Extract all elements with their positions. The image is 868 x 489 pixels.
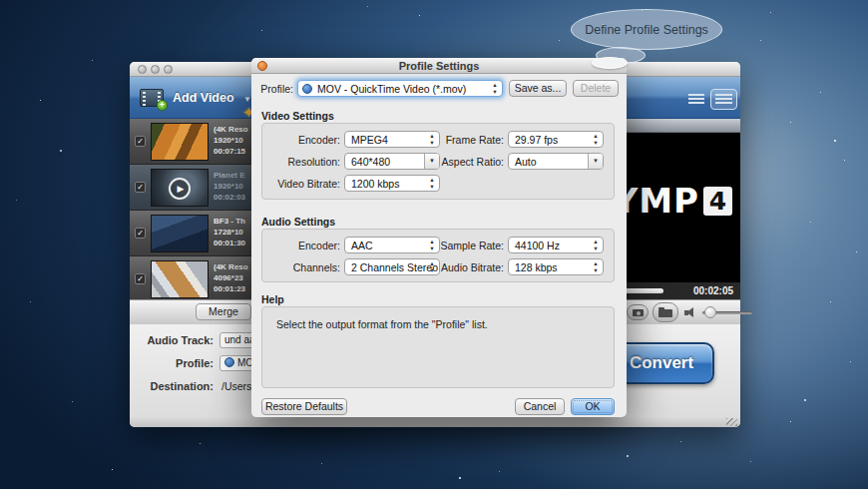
audio-bitrate-label: Audio Bitrate:	[412, 261, 504, 273]
frame-rate-label: Frame Rate:	[412, 134, 504, 146]
stepper-arrows-icon: ▲▼	[427, 177, 437, 191]
video-thumbnail	[151, 260, 209, 298]
stepper-arrows-icon: ▲▼	[490, 82, 500, 96]
list-view-icon[interactable]	[688, 94, 704, 105]
audio-settings-title: Audio Settings	[261, 216, 335, 228]
item-title: (4K Reso	[214, 125, 253, 134]
profile-label: Profile:	[130, 357, 214, 369]
add-video-button[interactable]: + Add Video ▼	[140, 87, 254, 111]
help-text: Select the output format from the "Profi…	[276, 318, 606, 330]
help-title: Help	[261, 293, 284, 305]
encoder-label: Encoder:	[262, 134, 340, 146]
open-folder-button[interactable]	[652, 302, 678, 322]
save-as-button[interactable]: Save as...	[509, 80, 567, 97]
stepper-arrows-icon: ▲▼	[591, 239, 601, 252]
item-resolution: 1920*10	[214, 182, 253, 191]
video-settings-group: Encoder: MPEG4 ▲▼ Frame Rate: 29.97 fps …	[261, 123, 615, 200]
item-checkbox[interactable]: ✓	[135, 182, 146, 193]
resolution-label: Resolution:	[262, 156, 340, 168]
item-duration: 00:07:15	[214, 147, 253, 156]
dialog-title: Profile Settings	[251, 60, 627, 72]
chevron-down-icon: ▼	[243, 95, 251, 104]
combo-arrow-icon: ▼	[588, 154, 603, 169]
video-thumbnail	[151, 123, 209, 161]
item-title: BF3 - Th	[214, 217, 253, 226]
audio-settings-group: Encoder: AAC ▲▼ Sample Rate: 44100 Hz ▲▼…	[261, 229, 615, 282]
item-checkbox[interactable]: ✓	[135, 136, 146, 147]
detail-view-icon	[715, 94, 732, 105]
item-title: (4K Reso	[214, 262, 253, 271]
stepper-arrows-icon: ▲▼	[591, 260, 601, 274]
audio-track-label: Audio Track:	[130, 334, 214, 346]
ok-button[interactable]: OK	[571, 398, 615, 415]
list-item[interactable]: ✓ ▶ Planet E 1920*10 00:02:03	[130, 165, 254, 211]
minimize-button[interactable]	[151, 65, 160, 74]
format-icon	[224, 357, 234, 367]
snapshot-button[interactable]	[627, 304, 649, 320]
item-checkbox[interactable]: ✓	[135, 273, 146, 284]
video-settings-title: Video Settings	[261, 110, 334, 122]
tooltip-text: Define Profile Settings	[585, 23, 708, 37]
desktop: + Add Video ▼ ✦ ✓ (4K Reso 1920*10 00:07…	[0, 0, 868, 489]
aspect-ratio-label: Aspect Ratio:	[412, 156, 504, 168]
item-resolution: 1920*10	[214, 136, 253, 145]
merge-button[interactable]: Merge	[196, 303, 251, 320]
cancel-button[interactable]: Cancel	[515, 398, 565, 415]
watermark-4-badge: 4	[703, 187, 732, 216]
restore-defaults-button[interactable]: Restore Defaults	[261, 398, 347, 415]
aspect-ratio-combo[interactable]: Auto ▼	[508, 153, 604, 170]
dialog-titlebar[interactable]: Profile Settings	[251, 58, 627, 74]
item-duration: 00:01:23	[214, 284, 253, 293]
volume-knob[interactable]	[704, 306, 716, 318]
frame-rate-popup[interactable]: 29.97 fps ▲▼	[508, 131, 604, 148]
item-duration: 00:02:03	[214, 193, 253, 202]
stepper-arrows-icon: ▲▼	[591, 133, 601, 147]
close-button[interactable]	[138, 65, 147, 74]
item-title: Planet E	[214, 171, 253, 180]
item-checkbox[interactable]: ✓	[135, 228, 146, 239]
channels-label: Channels:	[262, 261, 340, 273]
video-thumbnail	[151, 215, 209, 252]
list-item[interactable]: ✓ (4K Reso 4096*23 00:01:23	[130, 256, 254, 302]
video-bitrate-label: Video Bitrate:	[262, 178, 340, 190]
profile-popup[interactable]: MOV - QuickTime Video (*.mov) ▲▼	[297, 80, 503, 97]
profile-field-label: Profile:	[255, 83, 293, 95]
item-resolution: 1728*10	[214, 228, 253, 237]
destination-label: Destination:	[130, 380, 214, 392]
add-video-label: Add Video	[173, 91, 234, 105]
video-bitrate-popup[interactable]: 1200 kbps ▲▼	[344, 175, 440, 192]
item-duration: 00:01:30	[214, 239, 253, 247]
list-item[interactable]: ✓ (4K Reso 1920*10 00:07:15	[130, 119, 254, 165]
duration-label: 00:02:05	[693, 285, 733, 296]
speaker-icon[interactable]	[684, 307, 696, 318]
audio-encoder-label: Encoder:	[262, 240, 340, 251]
delete-button[interactable]: Delete	[573, 80, 619, 97]
zoom-button[interactable]	[164, 65, 173, 74]
resize-grip[interactable]	[726, 418, 737, 426]
star-field-bright	[0, 0, 2, 2]
list-item[interactable]: ✓ BF3 - Th 1728*10 00:01:30	[130, 211, 254, 256]
audio-bitrate-popup[interactable]: 128 kbps ▲▼	[508, 258, 604, 275]
sample-rate-popup[interactable]: 44100 Hz ▲▼	[508, 237, 604, 253]
play-overlay-icon[interactable]: ▶	[169, 178, 191, 200]
tooltip-bubble: Define Profile Settings	[571, 9, 722, 50]
profile-settings-dialog: Profile Settings Profile: MOV - QuickTim…	[251, 58, 627, 417]
folder-icon	[658, 309, 672, 317]
add-plus-icon: +	[157, 100, 168, 111]
tooltip-bubble-tail-small	[592, 57, 628, 69]
detail-view-toggle[interactable]	[710, 89, 737, 110]
video-list: ✓ (4K Reso 1920*10 00:07:15 ✓ ▶ Planet E…	[130, 119, 254, 299]
item-resolution: 4096*23	[214, 273, 253, 282]
sample-rate-label: Sample Rate:	[412, 240, 504, 251]
format-icon	[302, 84, 312, 94]
window-footer	[130, 416, 740, 427]
help-group: Select the output format from the "Profi…	[261, 306, 615, 388]
film-strip-icon: +	[140, 89, 164, 107]
camera-icon	[633, 309, 644, 316]
